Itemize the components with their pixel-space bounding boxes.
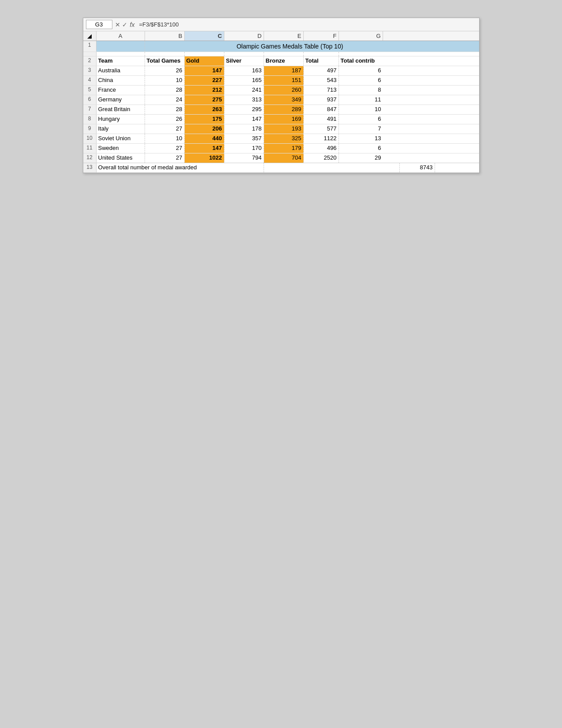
cell-11-games: 27 <box>145 144 185 153</box>
cell-10-team: Soviet Union <box>97 134 145 143</box>
cell-12-total: 2520 <box>304 153 339 163</box>
cell-7-silver: 295 <box>224 105 264 114</box>
cell-4-gold: 227 <box>185 76 224 85</box>
cell-3-bronze: 187 <box>264 66 304 75</box>
cell-5-contrib: 8 <box>339 86 383 95</box>
cell-6-bronze: 349 <box>264 95 304 105</box>
cell-4-total: 543 <box>304 76 339 85</box>
cell-7-bronze: 289 <box>264 105 304 114</box>
row-7: 7 Great Britain 28 263 295 289 847 10 <box>83 105 479 115</box>
confirm-icon[interactable]: ✓ <box>122 21 127 28</box>
row-num-8: 8 <box>83 115 97 124</box>
row-num-13: 13 <box>83 163 97 172</box>
row-num-12: 12 <box>83 153 97 163</box>
cell-ref-box[interactable]: G3 <box>86 20 112 29</box>
cell-3-total: 497 <box>304 66 339 75</box>
row-11: 11 Sweden 27 147 170 179 496 6 <box>83 144 479 153</box>
cell-8-games: 26 <box>145 115 185 124</box>
header-contrib: Total contrib <box>339 56 383 66</box>
header-total: Total <box>304 56 339 66</box>
cell-6-silver: 313 <box>224 95 264 105</box>
cell-7-games: 28 <box>145 105 185 114</box>
col-header-f[interactable]: F <box>304 31 339 41</box>
cell-9-team: Italy <box>97 124 145 134</box>
col-header-c[interactable]: C <box>185 31 224 41</box>
cell-4-contrib: 6 <box>339 76 383 85</box>
cell-6-contrib: 11 <box>339 95 383 105</box>
cell-3-team: Australia <box>97 66 145 75</box>
cell-4-silver: 165 <box>224 76 264 85</box>
col-header-g[interactable]: G <box>339 31 383 41</box>
sheet-body: 1 Olampic Games Medals Table (Top 10) 2 … <box>83 41 479 173</box>
cell-3-games: 26 <box>145 66 185 75</box>
cancel-icon[interactable]: ✕ <box>115 21 120 28</box>
cell-4-team: China <box>97 76 145 85</box>
cell-3-silver: 163 <box>224 66 264 75</box>
cell-11-team: Sweden <box>97 144 145 153</box>
cell-5-games: 28 <box>145 86 185 95</box>
row-4: 4 China 10 227 165 151 543 6 <box>83 76 479 86</box>
cell-6-total: 937 <box>304 95 339 105</box>
col-header-e[interactable]: E <box>264 31 304 41</box>
cell-7-team: Great Britain <box>97 105 145 114</box>
cell-11-gold: 147 <box>185 144 224 153</box>
formula-text: =F3/$F$13*100 <box>139 21 179 28</box>
row-num-4: 4 <box>83 76 97 85</box>
cell-3-gold: 147 <box>185 66 224 75</box>
cell-7-gold: 263 <box>185 105 224 114</box>
row-num-3: 3 <box>83 66 97 75</box>
cell-11-silver: 170 <box>224 144 264 153</box>
cell-8-contrib: 6 <box>339 115 383 124</box>
cell-12-bronze: 704 <box>264 153 304 163</box>
fx-label: fx <box>130 21 135 28</box>
cell-6-games: 24 <box>145 95 185 105</box>
overall-g <box>435 163 479 172</box>
cell-9-total: 577 <box>304 124 339 134</box>
col-header-d[interactable]: D <box>224 31 264 41</box>
cell-8-silver: 147 <box>224 115 264 124</box>
cell-8-gold: 175 <box>185 115 224 124</box>
cell-12-team: United States <box>97 153 145 163</box>
row-3: 3 Australia 26 147 163 187 497 6 <box>83 66 479 76</box>
cell-10-contrib: 13 <box>339 134 383 143</box>
cell-11-bronze: 179 <box>264 144 304 153</box>
col-header-a[interactable]: A <box>97 31 145 41</box>
cell-10-silver: 357 <box>224 134 264 143</box>
row-12: 12 United States 27 1022 794 704 2520 29 <box>83 153 479 163</box>
row-num-2: 2 <box>83 56 97 66</box>
row-num-9: 9 <box>83 124 97 134</box>
cell-9-games: 27 <box>145 124 185 134</box>
cell-9-gold: 206 <box>185 124 224 134</box>
row-overall: 13 Overall total number of medal awarded… <box>83 163 479 173</box>
row-10: 10 Soviet Union 10 440 357 325 1122 13 <box>83 134 479 144</box>
header-gold: Gold <box>185 56 224 66</box>
cell-1g <box>435 41 479 52</box>
row-1: 1 Olampic Games Medals Table (Top 10) <box>83 41 479 52</box>
formula-bar: G3 ✕ ✓ fx =F3/$F$13*100 <box>83 18 479 31</box>
cell-5-silver: 241 <box>224 86 264 95</box>
cell-5-team: France <box>97 86 145 95</box>
row-9: 9 Italy 27 206 178 193 577 7 <box>83 124 479 134</box>
cell-7-contrib: 10 <box>339 105 383 114</box>
row-6: 6 Germany 24 275 313 349 937 11 <box>83 95 479 105</box>
overall-label: Overall total number of medal awarded <box>97 163 264 172</box>
row-num-1: 1 <box>83 41 97 52</box>
cell-1a <box>97 41 145 52</box>
cell-12-gold: 1022 <box>185 153 224 163</box>
cell-10-gold: 440 <box>185 134 224 143</box>
column-headers: ◢ A B C D E F G <box>83 31 479 41</box>
row-num-6: 6 <box>83 95 97 105</box>
formula-icons: ✕ ✓ <box>115 21 127 28</box>
row-num-header: ◢ <box>83 31 97 41</box>
col-header-b[interactable]: B <box>145 31 185 41</box>
cell-5-bronze: 260 <box>264 86 304 95</box>
cell-11-total: 496 <box>304 144 339 153</box>
overall-spacer-d <box>264 163 400 172</box>
cell-9-silver: 178 <box>224 124 264 134</box>
cell-5-gold: 212 <box>185 86 224 95</box>
cell-9-contrib: 7 <box>339 124 383 134</box>
cell-8-team: Hungary <box>97 115 145 124</box>
row-8: 8 Hungary 26 175 147 169 491 6 <box>83 115 479 124</box>
data-rows: 3 Australia 26 147 163 187 497 6 4 China… <box>83 66 479 163</box>
row-num-5: 5 <box>83 86 97 95</box>
